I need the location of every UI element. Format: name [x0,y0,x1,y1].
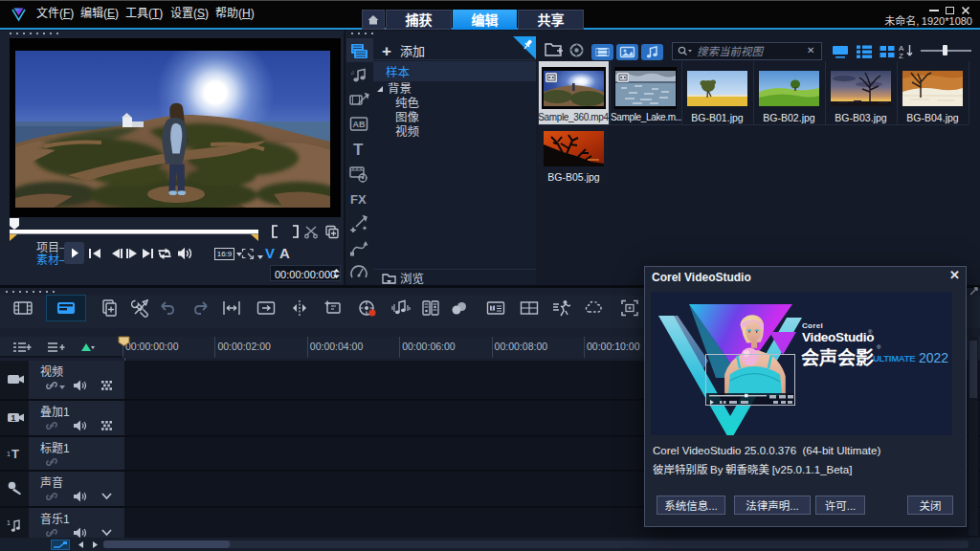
svg-text:FX: FX [350,192,367,207]
svg-text:T: T [490,304,495,311]
svg-text:1: 1 [11,413,16,423]
svg-text:♫: ♫ [350,70,355,76]
svg-text:T: T [11,447,19,460]
svg-text:1: 1 [7,519,11,526]
svg-text:Z: Z [899,52,903,59]
svg-text:T: T [353,141,364,158]
svg-text:1: 1 [7,451,11,457]
svg-text:B: B [359,120,366,129]
